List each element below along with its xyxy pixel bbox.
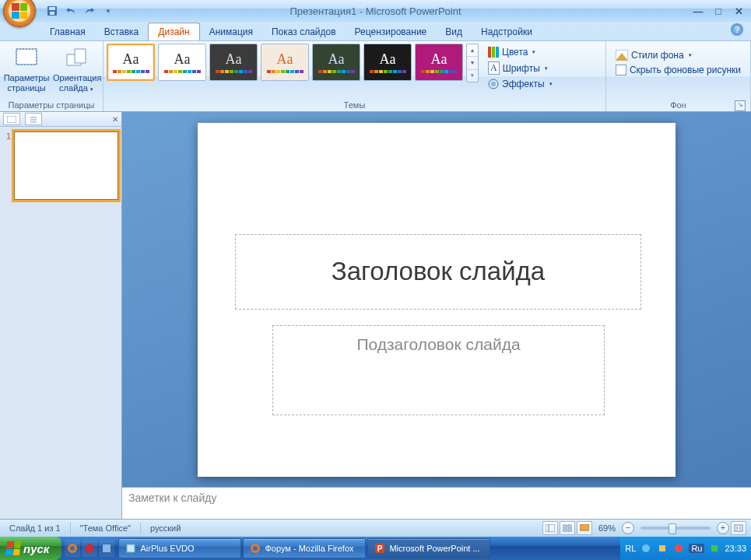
tray-lang1[interactable]: RL — [625, 544, 636, 553]
svg-rect-9 — [496, 47, 499, 58]
taskbar-item-1[interactable]: Форум - Mozilla Firefox — [243, 538, 366, 558]
svg-rect-20 — [568, 525, 571, 527]
svg-rect-2 — [50, 12, 54, 15]
tab-slideshow[interactable]: Показ слайдов — [262, 23, 346, 40]
zoom-in-button[interactable]: + — [717, 522, 729, 534]
svg-point-36 — [675, 544, 683, 552]
sorter-view-button[interactable] — [560, 521, 575, 535]
quick-launch — [61, 540, 118, 557]
page-setup-button[interactable]: Параметры страницы — [3, 44, 50, 93]
notes-placeholder-text: Заметки к слайду — [128, 492, 216, 504]
svg-rect-1 — [49, 7, 55, 10]
effects-icon — [488, 79, 499, 89]
taskbar-item-2[interactable]: PMicrosoft PowerPoint ... — [367, 538, 490, 558]
fonts-button[interactable]: A Шрифты▾ — [485, 60, 556, 76]
taskbar-item-label: Microsoft PowerPoint ... — [389, 544, 479, 553]
tab-home[interactable]: Главная — [40, 23, 95, 40]
hide-bg-graphics-checkbox[interactable]: Скрыть фоновые рисунки — [612, 63, 744, 77]
minimize-button[interactable]: — — [690, 5, 706, 17]
slide-thumbnail-1[interactable]: 1 — [3, 131, 118, 200]
ql-app-icon[interactable] — [99, 540, 114, 557]
slide-orientation-button[interactable]: Ориентация слайда ▾ — [53, 44, 100, 94]
editor-area: Заголовок слайда Подзаголовок слайда Зам… — [122, 112, 751, 519]
close-button[interactable]: ✕ — [731, 5, 746, 17]
svg-rect-29 — [127, 544, 135, 552]
subtitle-placeholder[interactable]: Подзаголовок слайда — [272, 325, 605, 415]
taskbar-item-0[interactable]: AirPlus EVDO — [118, 538, 241, 558]
subtitle-placeholder-text: Подзаголовок слайда — [356, 335, 520, 354]
svg-rect-7 — [488, 47, 491, 58]
fonts-icon: A — [488, 61, 500, 75]
help-icon[interactable]: ? — [731, 23, 743, 36]
status-language[interactable]: русский — [146, 523, 185, 533]
orientation-label: Ориентация слайда ▾ — [53, 73, 100, 94]
ql-firefox-icon[interactable] — [65, 540, 80, 557]
tray-icon-3[interactable] — [672, 542, 685, 555]
windows-logo-icon — [5, 541, 22, 555]
theme-thumb-orange[interactable]: Aa — [261, 44, 309, 81]
zoom-slider[interactable] — [640, 527, 711, 530]
ribbon: Параметры страницы Ориентация слайда ▾ П… — [0, 40, 751, 112]
background-styles-button[interactable]: Стили фона▾ — [612, 48, 744, 62]
theme-gallery-more[interactable]: ▲▼▾ — [466, 44, 479, 82]
tab-animation[interactable]: Анимация — [200, 23, 262, 40]
notes-pane[interactable]: Заметки к слайду — [122, 487, 751, 519]
redo-icon[interactable] — [82, 4, 97, 18]
theme-thumb-green-dark[interactable]: Aa — [312, 44, 360, 81]
slides-tab[interactable] — [3, 113, 20, 125]
group-background: Стили фона▾ Скрыть фоновые рисунки Фон↘ — [606, 41, 751, 111]
tray-icon-2[interactable] — [656, 542, 669, 555]
dialog-launcher-icon[interactable]: ↘ — [735, 100, 746, 111]
effects-button[interactable]: Эффекты▾ — [485, 77, 556, 91]
theme-thumb-black[interactable]: Aa — [363, 44, 412, 81]
titlebar: ▼ Презентация1 - Microsoft PowerPoint — … — [0, 0, 751, 22]
normal-view-button[interactable] — [542, 521, 558, 535]
theme-thumb-dark-gray[interactable]: Aa — [209, 44, 258, 81]
workspace: ✕ 1 Заголовок слайда Подзаголовок слайда — [0, 112, 751, 519]
slide-canvas-area[interactable]: Заголовок слайда Подзаголовок слайда — [122, 112, 751, 487]
tab-view[interactable]: Вид — [436, 23, 472, 40]
svg-point-27 — [86, 544, 93, 553]
outline-tab[interactable] — [25, 113, 42, 125]
svg-rect-17 — [546, 524, 555, 532]
tray-icon-4[interactable] — [708, 542, 721, 555]
ribbon-tabs: Главная Вставка Дизайн Анимация Показ сл… — [0, 22, 751, 40]
panel-close-icon[interactable]: ✕ — [112, 115, 118, 124]
title-placeholder[interactable]: Заголовок слайда — [235, 234, 641, 310]
theme-thumb-light[interactable]: Aa — [158, 44, 206, 81]
slideshow-view-button[interactable] — [577, 521, 592, 535]
tray-icon-1[interactable] — [640, 542, 652, 555]
maximize-button[interactable]: □ — [711, 5, 726, 17]
slide-canvas[interactable]: Заголовок слайда Подзаголовок слайда — [198, 123, 676, 477]
colors-button[interactable]: Цвета▾ — [485, 45, 556, 59]
taskbar-item-label: AirPlus EVDO — [140, 544, 194, 553]
svg-rect-19 — [563, 525, 567, 527]
save-icon[interactable] — [45, 4, 59, 18]
start-button[interactable]: пуск — [0, 537, 61, 560]
tray-clock[interactable]: 23:33 — [725, 544, 746, 553]
fit-button[interactable] — [731, 521, 746, 535]
tray-lang2[interactable]: Ru — [689, 544, 704, 553]
svg-rect-35 — [659, 545, 665, 551]
theme-thumb-magenta[interactable]: Aa — [415, 44, 463, 81]
quick-access-toolbar: ▼ — [45, 0, 115, 22]
group-title-themes: Темы — [107, 99, 602, 111]
svg-rect-6 — [75, 49, 86, 63]
page-setup-label: Параметры страницы — [3, 73, 50, 93]
tab-review[interactable]: Рецензирование — [346, 23, 437, 40]
svg-text:P: P — [377, 544, 383, 553]
taskbar-item-icon: P — [374, 543, 385, 554]
qat-more-icon[interactable]: ▼ — [101, 4, 115, 18]
tab-design[interactable]: Дизайн — [148, 23, 199, 40]
tab-insert[interactable]: Вставка — [95, 23, 149, 40]
zoom-out-button[interactable]: − — [622, 522, 634, 534]
svg-rect-24 — [735, 525, 742, 531]
tab-addins[interactable]: Надстройки — [472, 23, 542, 40]
svg-rect-8 — [492, 47, 495, 58]
svg-rect-22 — [568, 529, 571, 531]
zoom-value[interactable]: 69% — [594, 523, 620, 533]
undo-icon[interactable] — [64, 4, 78, 18]
theme-thumb-office[interactable]: Aa — [107, 44, 155, 81]
ql-opera-icon[interactable] — [82, 540, 97, 557]
status-theme: "Тема Office" — [75, 523, 135, 533]
